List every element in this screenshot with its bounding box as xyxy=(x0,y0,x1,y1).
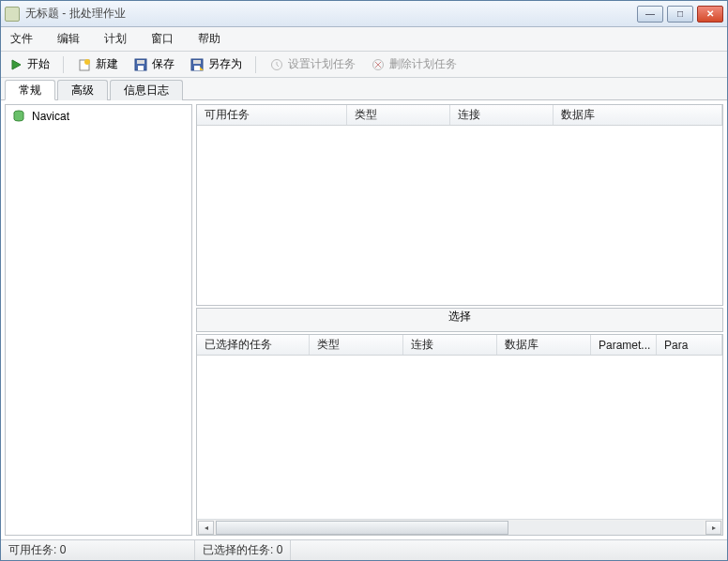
set-schedule-label: 设置计划任务 xyxy=(288,56,356,72)
clock-icon xyxy=(269,57,284,72)
tab-advanced-label: 高级 xyxy=(71,83,94,99)
window-title: 无标题 - 批处理作业 xyxy=(25,6,637,22)
menu-file[interactable]: 文件 xyxy=(7,29,37,49)
play-icon xyxy=(8,57,23,72)
svg-rect-4 xyxy=(137,60,144,64)
col-task[interactable]: 可用任务 xyxy=(197,105,347,125)
set-schedule-button[interactable]: 设置计划任务 xyxy=(267,54,357,74)
svg-rect-8 xyxy=(194,66,200,70)
tabstrip: 常规 高级 信息日志 xyxy=(1,78,727,100)
app-icon xyxy=(5,7,20,22)
selected-list-body[interactable] xyxy=(197,356,722,519)
horizontal-scrollbar[interactable]: ◂ ▸ xyxy=(197,519,722,535)
tab-log[interactable]: 信息日志 xyxy=(110,80,183,100)
del-schedule-button[interactable]: 删除计划任务 xyxy=(369,54,459,74)
saveas-label: 另存为 xyxy=(208,56,242,72)
menubar: 文件 编辑 计划 窗口 帮助 xyxy=(1,27,727,52)
svg-marker-0 xyxy=(12,60,21,69)
tab-general-label: 常规 xyxy=(19,83,41,99)
close-icon: ✕ xyxy=(706,9,714,19)
selected-list-header: 已选择的任务 类型 连接 数据库 Paramet... Para xyxy=(197,335,722,356)
col-param2[interactable]: Para xyxy=(657,335,722,355)
col-db[interactable]: 数据库 xyxy=(554,105,722,125)
new-label: 新建 xyxy=(96,56,118,72)
database-icon xyxy=(11,109,26,124)
tab-advanced[interactable]: 高级 xyxy=(57,80,108,100)
tab-general[interactable]: 常规 xyxy=(5,80,55,100)
available-tasks-panel: 可用任务 类型 连接 数据库 xyxy=(196,104,723,306)
new-button[interactable]: 新建 xyxy=(75,54,120,74)
start-label: 开始 xyxy=(27,56,50,72)
available-list-header: 可用任务 类型 连接 数据库 xyxy=(197,105,722,126)
status-selected: 已选择的任务: 0 xyxy=(195,540,291,560)
connection-tree[interactable]: Navicat xyxy=(5,104,192,536)
maximize-button[interactable]: □ xyxy=(667,6,693,23)
scroll-thumb[interactable] xyxy=(216,521,508,535)
tree-item-navicat[interactable]: Navicat xyxy=(6,105,191,128)
scroll-right-button[interactable]: ▸ xyxy=(705,521,721,535)
main-pane: 可用任务 类型 连接 数据库 选择 全选 取消选择 全部取消选择 ⬆ 上移 ⬇ xyxy=(196,104,723,536)
action-toolbar: 选择 全选 取消选择 全部取消选择 ⬆ 上移 ⬇ 下移 📎 添加附件 xyxy=(196,308,723,332)
col-selected-type[interactable]: 类型 xyxy=(310,335,403,355)
menu-window[interactable]: 窗口 xyxy=(147,29,177,49)
tree-item-label: Navicat xyxy=(32,110,69,123)
minimize-button[interactable]: — xyxy=(637,6,663,23)
clock-delete-icon xyxy=(371,57,386,72)
save-label: 保存 xyxy=(152,56,174,72)
menu-edit[interactable]: 编辑 xyxy=(53,29,83,49)
menu-plan[interactable]: 计划 xyxy=(100,29,130,49)
col-selected-conn[interactable]: 连接 xyxy=(403,335,497,355)
col-param1[interactable]: Paramet... xyxy=(591,335,657,355)
save-icon xyxy=(133,57,148,72)
separator xyxy=(63,56,64,73)
toolbar: 开始 新建 保存 另存为 设置计划任务 删除计划任务 xyxy=(1,52,727,78)
col-selected-db[interactable]: 数据库 xyxy=(497,335,591,355)
minimize-icon: — xyxy=(645,9,655,19)
start-button[interactable]: 开始 xyxy=(7,54,52,74)
svg-rect-5 xyxy=(138,66,144,70)
window-controls: — □ ✕ xyxy=(637,6,723,23)
app-window: 无标题 - 批处理作业 — □ ✕ 文件 编辑 计划 窗口 帮助 开始 新建 保… xyxy=(0,0,728,561)
del-schedule-label: 删除计划任务 xyxy=(389,56,457,72)
content-area: Navicat 可用任务 类型 连接 数据库 选择 全选 取消选择 全部取消选择 xyxy=(1,100,727,539)
svg-rect-7 xyxy=(193,60,201,64)
close-button[interactable]: ✕ xyxy=(697,6,723,23)
new-file-icon xyxy=(77,57,92,72)
col-selected-task[interactable]: 已选择的任务 xyxy=(197,335,310,355)
status-available: 可用任务: 0 xyxy=(1,540,195,560)
svg-point-2 xyxy=(84,59,90,65)
available-list-body[interactable] xyxy=(197,126,722,305)
maximize-icon: □ xyxy=(677,9,683,19)
scroll-track[interactable] xyxy=(216,521,704,535)
saveas-icon xyxy=(190,57,205,72)
save-button[interactable]: 保存 xyxy=(131,54,176,74)
titlebar: 无标题 - 批处理作业 — □ ✕ xyxy=(1,1,727,27)
selected-tasks-panel: 已选择的任务 类型 连接 数据库 Paramet... Para ◂ ▸ xyxy=(196,334,723,536)
col-conn[interactable]: 连接 xyxy=(450,105,554,125)
saveas-button[interactable]: 另存为 xyxy=(188,54,244,74)
separator xyxy=(255,56,256,73)
col-type[interactable]: 类型 xyxy=(347,105,450,125)
menu-help[interactable]: 帮助 xyxy=(194,29,224,49)
scroll-left-button[interactable]: ◂ xyxy=(198,521,214,535)
select-button[interactable]: 选择 xyxy=(447,309,473,325)
tab-log-label: 信息日志 xyxy=(124,83,169,99)
statusbar: 可用任务: 0 已选择的任务: 0 xyxy=(1,539,727,560)
